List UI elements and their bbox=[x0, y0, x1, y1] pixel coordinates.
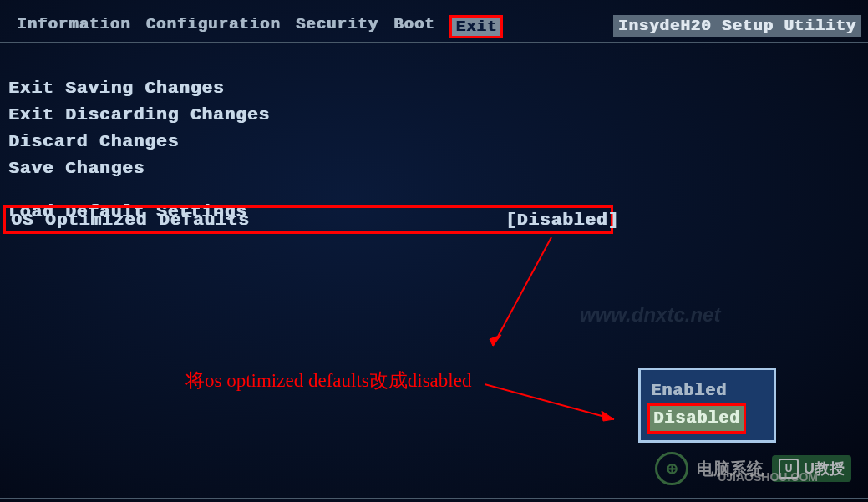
svg-marker-3 bbox=[602, 411, 614, 421]
tab-boot[interactable]: Boot bbox=[393, 15, 435, 38]
os-optimized-value: [Disabled] bbox=[505, 210, 619, 230]
tab-configuration[interactable]: Configuration bbox=[145, 15, 280, 38]
watermark-url: www.dnxtc.net bbox=[580, 303, 720, 327]
menu-discard-changes[interactable]: Discard Changes bbox=[8, 129, 270, 155]
menu-save-changes[interactable]: Save Changes bbox=[8, 155, 270, 182]
option-popup: Enabled Disabled bbox=[638, 368, 776, 443]
tab-information[interactable]: Information bbox=[17, 15, 130, 38]
tab-security[interactable]: Security bbox=[296, 15, 378, 38]
bios-screen: Information Configuration Security Boot … bbox=[0, 0, 868, 502]
tabs-container: Information Configuration Security Boot … bbox=[17, 15, 503, 38]
svg-marker-1 bbox=[490, 335, 501, 346]
tab-exit[interactable]: Exit bbox=[449, 15, 503, 38]
annotation-arrow-2 bbox=[485, 368, 627, 426]
watermark-domain: UJIAOSHOU.COM bbox=[718, 470, 818, 484]
svg-line-0 bbox=[493, 237, 551, 346]
chinese-annotation: 将os optimized defaults改成disabled bbox=[185, 368, 471, 393]
menu-exit-discarding[interactable]: Exit Discarding Changes bbox=[8, 102, 270, 129]
popup-option-disabled[interactable]: Disabled bbox=[647, 403, 746, 434]
bottom-divider bbox=[0, 498, 868, 499]
exit-menu: Exit Saving Changes Exit Discarding Chan… bbox=[8, 75, 270, 226]
popup-option-enabled[interactable]: Enabled bbox=[651, 378, 764, 403]
watermark-logo-icon: ⊕ bbox=[655, 452, 688, 485]
utility-title: InsydeH20 Setup Utility bbox=[613, 15, 861, 37]
menu-exit-saving[interactable]: Exit Saving Changes bbox=[8, 75, 270, 102]
divider-line bbox=[0, 42, 868, 43]
os-optimized-defaults-row[interactable]: OS Optimized Defaults [Disabled] bbox=[3, 205, 613, 234]
svg-line-2 bbox=[485, 384, 614, 419]
annotation-arrow-1 bbox=[468, 237, 585, 358]
